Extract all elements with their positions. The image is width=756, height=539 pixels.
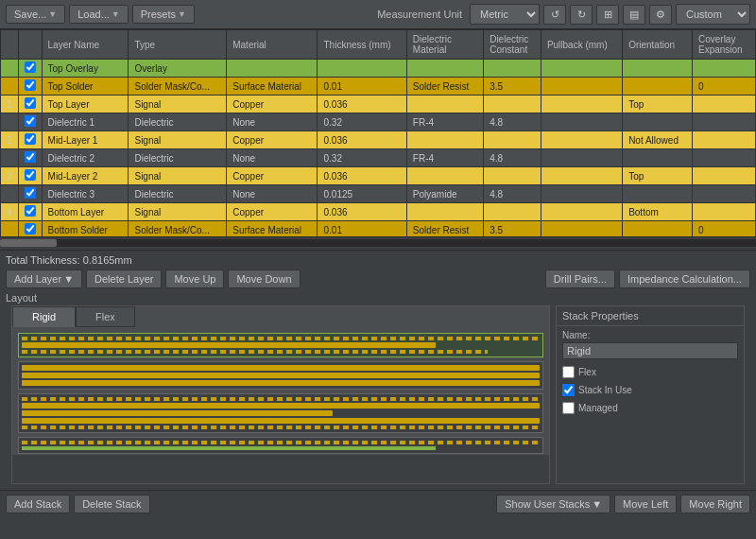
cell-pullback [541,185,622,203]
row-visible-checkbox[interactable] [25,205,36,217]
move-left-button[interactable]: Move Left [614,495,677,513]
row-visible-checkbox[interactable] [25,79,36,91]
stack-in-use-row: Stack In Use [557,381,744,399]
cell-pullback [541,60,622,78]
move-up-button[interactable]: Move Up [165,270,224,288]
row-number [1,221,19,238]
cell-material: Copper [227,203,318,221]
icon-btn-3[interactable]: ⚙ [649,5,672,25]
drill-pairs-button[interactable]: Drill Pairs... [545,270,615,288]
row-number: 1 [1,96,19,113]
presets-button[interactable]: Presets ▼ [132,5,195,24]
stack-line-orange-5 [22,403,540,409]
row-visible-checkbox[interactable] [25,133,36,145]
show-user-stacks-button[interactable]: Show User Stacks ▼ [496,495,610,513]
layout-title: Layout [6,292,750,304]
cell-diel_constant: 4.8 [484,185,541,203]
cell-name: Bottom Solder [42,221,129,238]
table-row: Bottom SolderSolder Mask/Co...Surface Ma… [1,221,756,238]
row-visible-checkbox[interactable] [25,97,36,109]
undo-button[interactable]: ↺ [543,5,566,25]
row-number: 4 [1,203,19,221]
presets-dropdown-arrow: ▼ [178,9,186,19]
row-checkbox-cell [18,149,42,167]
move-down-button[interactable]: Move Down [228,270,300,288]
cell-name: Mid-Layer 2 [42,167,129,185]
table-row: 3Mid-Layer 2SignalCopper0.036Top [1,167,756,185]
row-visible-checkbox[interactable] [25,169,36,181]
cell-material: None [227,185,318,203]
cell-pullback [541,203,622,221]
cell-pullback [541,149,622,167]
cell-diel_material [406,203,483,221]
stack-group-2[interactable] [18,361,543,390]
view-select[interactable]: Custom Standard [676,4,750,25]
delete-layer-button[interactable]: Delete Layer [86,270,162,288]
cell-diel_constant: 4.8 [484,113,541,131]
row-checkbox-cell [18,96,42,113]
cell-material: None [227,149,318,167]
cell-material: Surface Material [227,78,318,96]
move-right-button[interactable]: Move Right [680,495,750,513]
tab-flex[interactable]: Flex [76,306,135,327]
stack-in-use-checkbox[interactable] [562,384,575,396]
impedance-button[interactable]: Impedance Calculation... [619,270,750,288]
measurement-select[interactable]: Metric Imperial [470,4,540,25]
show-stacks-arrow: ▼ [592,498,602,510]
row-visible-checkbox[interactable] [25,61,36,73]
cell-thickness [318,60,406,78]
add-stack-button[interactable]: Add Stack [6,495,70,513]
row-number: 2 [1,131,19,149]
row-visible-checkbox[interactable] [25,151,36,163]
table-row: 1Top LayerSignalCopper0.036Top [1,96,756,113]
cell-name: Mid-Layer 1 [42,131,129,149]
cell-name: Dielectric 2 [42,149,129,167]
total-thickness-label: Total Thickness: 0.8165mm [6,254,750,266]
flex-checkbox[interactable] [562,366,575,378]
stack-group-3[interactable] [18,393,543,433]
icon-btn-2[interactable]: ▤ [623,5,645,25]
row-visible-checkbox[interactable] [25,115,36,127]
cell-type: Signal [129,167,227,185]
stack-group-4[interactable] [18,437,543,454]
cell-coverlay [692,185,755,203]
cell-diel_material [406,131,483,149]
cell-material [227,60,318,78]
icon-btn-1[interactable]: ⊞ [596,5,619,25]
cell-coverlay [692,96,755,113]
stack-group-1[interactable] [18,333,543,357]
cell-coverlay: 0 [692,221,755,238]
cell-diel_material: FR-4 [406,149,483,167]
table-row: Dielectric 1DielectricNone0.32FR-44.8 [1,113,756,131]
name-input[interactable] [562,342,738,359]
col-diel-material: DielectricMaterial [406,30,483,60]
delete-stack-button[interactable]: Delete Stack [74,495,149,513]
tab-rigid[interactable]: Rigid [12,306,76,327]
cell-name: Dielectric 3 [42,185,129,203]
cell-material: Copper [227,167,318,185]
cell-coverlay [692,131,755,149]
load-button[interactable]: Load... ▼ [69,5,129,24]
cell-diel_material: Polyamide [406,185,483,203]
cell-name: Top Overlay [42,60,129,78]
scroll-thumb[interactable] [0,239,57,247]
redo-button[interactable]: ↻ [570,5,593,25]
cell-diel_constant [484,131,541,149]
horizontal-scrollbar[interactable] [0,239,756,251]
col-layer-name: Layer Name [42,30,129,60]
cell-name: Bottom Layer [42,203,129,221]
cell-orientation [623,221,693,238]
row-checkbox-cell [18,221,42,238]
cell-diel_constant [484,167,541,185]
col-type: Type [129,30,227,60]
row-visible-checkbox[interactable] [25,187,36,199]
stack-line-dashed-5 [22,441,540,444]
save-button[interactable]: Save... ▼ [6,5,65,24]
cell-material: Copper [227,96,318,113]
stack-line-orange-7 [22,418,540,424]
row-visible-checkbox[interactable] [25,223,36,235]
add-layer-button[interactable]: Add Layer ▼ [6,270,82,288]
managed-checkbox[interactable] [562,402,575,414]
cell-orientation [623,113,693,131]
cell-coverlay: 0 [692,78,755,96]
